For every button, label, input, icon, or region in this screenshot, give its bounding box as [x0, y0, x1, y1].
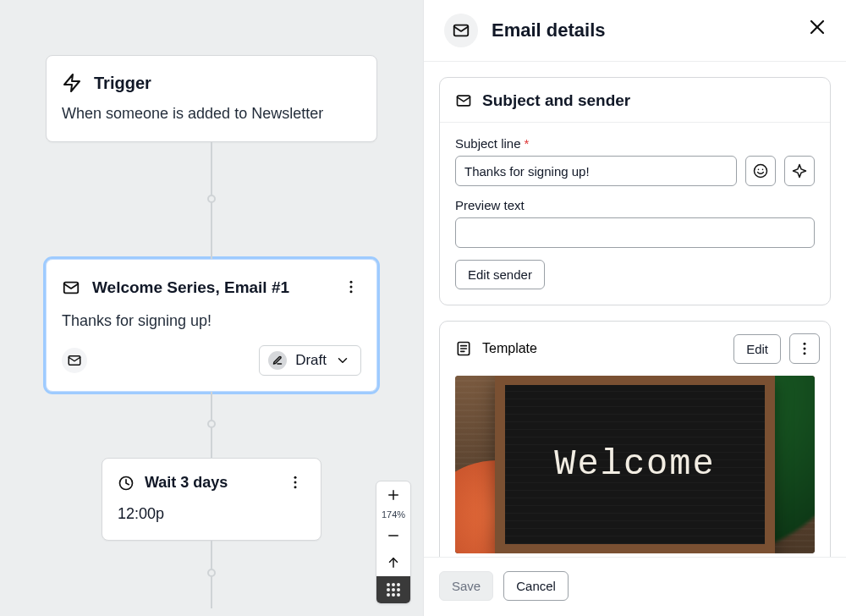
subject-line-label: Subject line* — [455, 136, 815, 151]
edge-port[interactable] — [207, 195, 216, 203]
draft-status-icon — [268, 351, 287, 370]
wait-node-title: Wait 3 days — [145, 474, 228, 492]
clock-icon — [118, 475, 135, 492]
chevron-down-icon — [335, 353, 350, 368]
subject-sender-card: Subject and sender Subject line* Preview… — [439, 77, 831, 305]
edit-template-button[interactable]: Edit — [733, 334, 781, 364]
template-card: Template Edit Welcome — [439, 321, 831, 557]
panel-footer: Save Cancel — [424, 557, 846, 616]
close-button[interactable] — [807, 17, 827, 37]
more-icon[interactable] — [287, 474, 304, 491]
card-title: Subject and sender — [482, 91, 630, 110]
panel-title: Email details — [492, 19, 606, 41]
svg-point-3 — [350, 286, 353, 289]
svg-point-18 — [755, 165, 767, 178]
svg-point-9 — [294, 486, 297, 488]
svg-point-8 — [294, 481, 297, 484]
mail-icon — [444, 14, 478, 47]
svg-point-2 — [350, 281, 353, 283]
flow-canvas[interactable]: Trigger When someone is added to Newslet… — [0, 0, 423, 616]
flow-edge — [211, 541, 212, 608]
trigger-node[interactable]: Trigger When someone is added to Newslet… — [46, 55, 377, 142]
wait-node-time: 12:00p — [118, 505, 305, 523]
template-more-button[interactable] — [789, 333, 820, 364]
edge-port[interactable] — [207, 569, 216, 577]
card-title: Template — [482, 341, 537, 356]
mail-icon — [62, 278, 80, 297]
email-node-preview: Thanks for signing up! — [62, 312, 361, 330]
save-button[interactable]: Save — [439, 571, 493, 601]
subject-line-input[interactable] — [455, 156, 737, 186]
status-dropdown[interactable]: Draft — [259, 345, 361, 376]
side-panel: Email details Subject and sender Subject… — [423, 0, 846, 616]
preview-text-input[interactable] — [455, 217, 815, 248]
svg-marker-0 — [64, 74, 80, 91]
email-node[interactable]: Welcome Series, Email #1 Thanks for sign… — [46, 259, 377, 392]
flow-edge — [211, 142, 212, 259]
recenter-button[interactable] — [376, 549, 410, 576]
ai-suggest-button[interactable] — [784, 156, 815, 186]
svg-point-25 — [804, 343, 806, 345]
emoji-picker-button[interactable] — [745, 156, 776, 186]
svg-point-4 — [350, 290, 353, 293]
zoom-out-button[interactable] — [376, 522, 410, 549]
svg-point-7 — [294, 476, 297, 479]
svg-point-20 — [762, 169, 764, 171]
svg-point-26 — [804, 348, 806, 350]
wait-node[interactable]: Wait 3 days 12:00p — [102, 458, 321, 541]
more-icon[interactable] — [343, 278, 360, 295]
trigger-title: Trigger — [94, 74, 151, 93]
email-step-icon — [62, 348, 87, 373]
cancel-button[interactable]: Cancel — [503, 571, 569, 601]
zoom-in-button[interactable] — [376, 481, 410, 509]
template-icon — [455, 340, 472, 357]
panel-header: Email details — [424, 0, 846, 62]
mail-icon — [455, 92, 472, 109]
trigger-description: When someone is added to Newsletter — [62, 105, 361, 123]
preview-text-label: Preview text — [455, 198, 815, 212]
svg-point-19 — [758, 169, 760, 171]
zoom-level: 174% — [376, 509, 410, 522]
svg-point-27 — [804, 352, 806, 355]
email-node-title: Welcome Series, Email #1 — [92, 278, 289, 297]
edge-port[interactable] — [207, 420, 216, 428]
bolt-icon — [62, 73, 82, 93]
status-label: Draft — [295, 352, 327, 369]
grid-view-button[interactable] — [376, 576, 410, 603]
flow-edge — [211, 392, 212, 458]
zoom-controls: 174% — [376, 481, 411, 604]
edit-sender-button[interactable]: Edit sender — [455, 260, 545, 289]
template-preview[interactable]: Welcome — [455, 376, 815, 553]
template-banner-text: Welcome — [554, 444, 715, 485]
